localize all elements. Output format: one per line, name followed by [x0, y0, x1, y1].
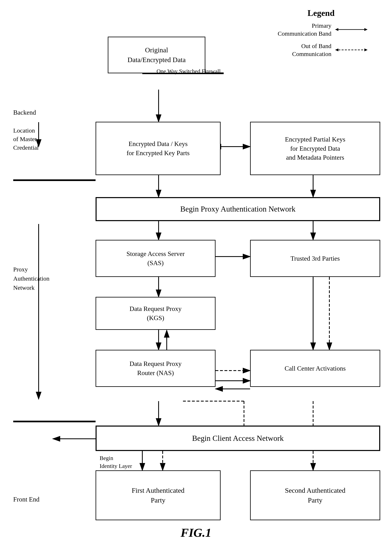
- front-end-label: Front End: [13, 495, 39, 504]
- data-request-proxy-box: Data Request Proxy(KGS): [96, 297, 216, 330]
- one-way-firewall-label: One Way Switched Firewall: [157, 67, 221, 75]
- trusted-3rd-parties-box: Trusted 3rd Parties: [250, 240, 380, 277]
- begin-identity-layer-label: BeginIdentity Layer: [100, 454, 132, 470]
- location-master-label: Locationof MasterCredential: [13, 126, 39, 152]
- begin-client-access-box: Begin Client Access Network: [96, 426, 380, 451]
- legend-outofband-item: Out of Band Communication: [274, 42, 368, 58]
- svg-marker-33: [364, 28, 368, 31]
- encrypted-partial-keys-box: Encrypted Partial Keysfor Encrypted Data…: [250, 122, 380, 175]
- legend-title: Legend: [274, 8, 368, 18]
- svg-marker-32: [335, 28, 338, 31]
- backend-label: Backend: [13, 108, 36, 117]
- legend-dashed-arrow: [335, 47, 368, 53]
- storage-access-server-box: Storage Access Server(SAS): [96, 240, 216, 277]
- data-request-router-box: Data Request ProxyRouter (NAS): [96, 350, 216, 387]
- fig-label: FIG.1: [181, 526, 211, 540]
- second-authenticated-party-box: Second AuthenticatedParty: [250, 470, 380, 520]
- begin-proxy-auth-box: Begin Proxy Authentication Network: [96, 197, 380, 221]
- svg-marker-35: [335, 49, 338, 51]
- call-center-box: Call Center Activations: [250, 350, 380, 387]
- proxy-auth-network-label: ProxyAuthenticationNetwork: [13, 265, 49, 292]
- legend-primary-label: Primary Communication Band: [274, 22, 331, 37]
- legend: Legend Primary Communication Band Out of…: [274, 8, 368, 62]
- svg-marker-36: [364, 49, 368, 51]
- encrypted-data-keys-box: Encrypted Data / Keysfor Encrypted Key P…: [96, 122, 221, 175]
- first-authenticated-party-box: First AuthenticatedParty: [96, 470, 221, 520]
- legend-primary-arrow: [335, 27, 368, 33]
- legend-primary-item: Primary Communication Band: [274, 22, 368, 37]
- legend-outofband-label: Out of Band Communication: [274, 42, 331, 58]
- diagram-container: Legend Primary Communication Band Out of…: [0, 0, 392, 552]
